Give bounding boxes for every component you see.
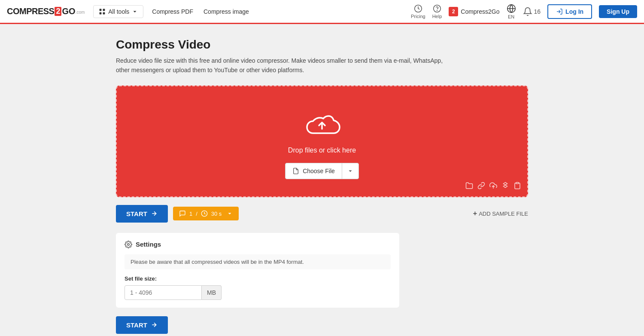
info-badge[interactable]: 1 / 30 s bbox=[173, 207, 239, 220]
logo-compress: COMPRESS bbox=[7, 6, 54, 16]
page-title: Compress Video bbox=[116, 38, 528, 52]
info-time: 30 s bbox=[211, 211, 222, 217]
dropbox-icon[interactable] bbox=[501, 182, 509, 191]
start-button[interactable]: START bbox=[116, 205, 168, 223]
plus-icon: + bbox=[473, 210, 477, 217]
notification-count: 16 bbox=[534, 8, 541, 15]
main-content: Compress Video Reduce video file size wi… bbox=[107, 24, 537, 336]
all-tools-button[interactable]: All tools bbox=[93, 5, 143, 18]
drop-zone-tools bbox=[465, 182, 521, 191]
logo-com: .com bbox=[76, 10, 85, 15]
clock-icon bbox=[201, 210, 208, 217]
set-file-size-label: Set file size: bbox=[125, 275, 391, 282]
page-description: Reduce video file size with this free an… bbox=[116, 56, 451, 75]
settings-header: Settings bbox=[125, 241, 391, 248]
svg-rect-2 bbox=[100, 12, 102, 14]
add-sample-label: ADD SAMPLE FILE bbox=[479, 211, 528, 217]
gear-icon bbox=[125, 241, 132, 248]
header: COMPRESS 2 GO .com All tools Compress PD… bbox=[0, 0, 644, 24]
help-icon bbox=[433, 4, 441, 13]
add-sample-button[interactable]: + ADD SAMPLE FILE bbox=[473, 210, 528, 217]
nav-compress-image[interactable]: Compress image bbox=[198, 6, 254, 18]
help-label: Help bbox=[432, 14, 442, 19]
folder-icon[interactable] bbox=[465, 182, 473, 191]
clipboard-icon[interactable] bbox=[513, 182, 521, 191]
all-tools-label: All tools bbox=[108, 8, 129, 15]
compress2go-button[interactable]: 2 Compress2Go bbox=[449, 7, 499, 16]
settings-title: Settings bbox=[136, 241, 161, 248]
language-selector[interactable]: EN bbox=[507, 4, 516, 19]
svg-rect-1 bbox=[103, 9, 105, 11]
chat-icon bbox=[179, 210, 186, 217]
svg-point-5 bbox=[437, 10, 437, 10]
login-icon bbox=[556, 8, 563, 15]
choose-file-label: Choose File bbox=[303, 168, 335, 174]
signup-button[interactable]: Sign Up bbox=[599, 5, 637, 18]
login-label: Log In bbox=[565, 8, 583, 15]
logo-go: GO bbox=[62, 6, 75, 16]
choose-file-chevron[interactable] bbox=[342, 163, 358, 179]
info-count: 1 bbox=[189, 211, 192, 217]
compress2go-label: Compress2Go bbox=[461, 8, 499, 15]
pricing-button[interactable]: Pricing bbox=[411, 4, 425, 19]
header-actions: Pricing Help 2 Compress2Go EN bbox=[411, 4, 637, 19]
drop-zone[interactable]: Drop files or click here Choose File bbox=[116, 86, 528, 197]
start-bottom-label: START bbox=[126, 321, 147, 329]
language-label: EN bbox=[508, 14, 514, 19]
logo-two: 2 bbox=[55, 7, 61, 16]
settings-notice: Please be aware that all compressed vide… bbox=[125, 254, 391, 269]
svg-rect-3 bbox=[103, 12, 105, 14]
signup-label: Sign Up bbox=[607, 8, 629, 15]
file-icon bbox=[292, 168, 299, 174]
link-icon[interactable] bbox=[477, 182, 485, 191]
chevron-down-icon bbox=[347, 168, 353, 174]
logo[interactable]: COMPRESS 2 GO .com bbox=[7, 6, 85, 16]
settings-panel: Settings Please be aware that all compre… bbox=[116, 233, 399, 308]
nav-compress-pdf[interactable]: Compress PDF bbox=[147, 6, 198, 18]
choose-file-main[interactable]: Choose File bbox=[286, 163, 342, 179]
start-bottom-button[interactable]: START bbox=[116, 316, 168, 334]
svg-point-4 bbox=[434, 5, 441, 12]
bottom-controls: START 1 / 30 s bbox=[116, 205, 528, 223]
grid-icon bbox=[99, 8, 106, 15]
svg-marker-9 bbox=[504, 182, 507, 187]
chevron-down-icon bbox=[132, 9, 138, 15]
cloud-upload-icon[interactable] bbox=[489, 182, 497, 191]
arrow-right-bottom-icon bbox=[151, 321, 158, 328]
file-size-unit: MB bbox=[202, 285, 222, 300]
pricing-icon bbox=[414, 4, 422, 13]
svg-point-13 bbox=[128, 244, 130, 246]
c2g-icon: 2 bbox=[449, 7, 458, 16]
arrow-right-icon bbox=[151, 210, 158, 217]
login-button[interactable]: Log In bbox=[547, 4, 592, 19]
badge-chevron-icon bbox=[227, 211, 233, 217]
pricing-label: Pricing bbox=[411, 14, 425, 19]
help-button[interactable]: Help bbox=[432, 4, 442, 19]
start-label: START bbox=[126, 210, 147, 217]
choose-file-dropdown[interactable]: Choose File bbox=[285, 163, 359, 179]
file-size-input-row: MB bbox=[125, 285, 391, 300]
file-size-input[interactable] bbox=[125, 285, 202, 300]
drop-files-text: Drop files or click here bbox=[288, 147, 356, 154]
bottom-left: START 1 / 30 s bbox=[116, 205, 239, 223]
svg-rect-0 bbox=[100, 9, 102, 11]
bell-icon bbox=[523, 7, 532, 16]
info-separator: / bbox=[196, 211, 197, 217]
notification-button[interactable]: 16 bbox=[523, 7, 541, 16]
svg-rect-10 bbox=[516, 182, 519, 183]
upload-icon bbox=[303, 107, 341, 140]
globe-icon bbox=[507, 4, 516, 13]
